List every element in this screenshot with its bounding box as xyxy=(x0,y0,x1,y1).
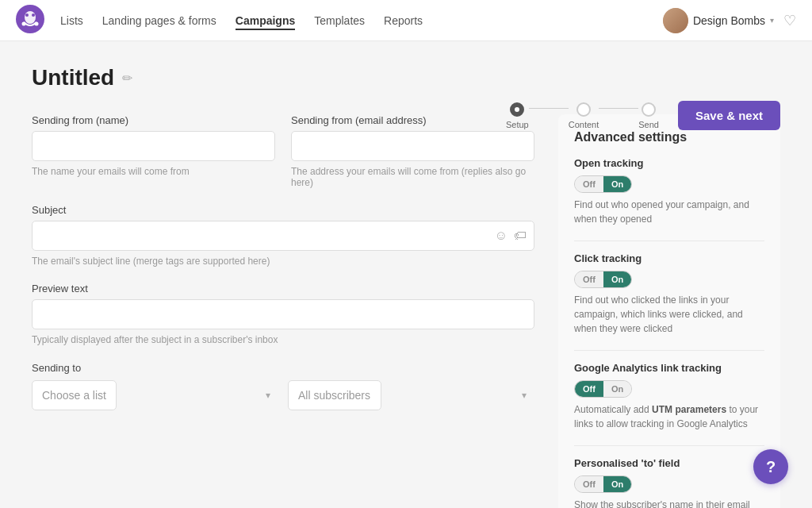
personalised-to-on[interactable]: On xyxy=(603,476,631,492)
open-tracking-toggle-row: Off On xyxy=(574,175,764,193)
preview-text-label: Preview text xyxy=(32,283,534,294)
advanced-settings-panel: Advanced settings Open tracking Off On F… xyxy=(558,114,780,508)
ga-tracking-off[interactable]: Off xyxy=(575,381,603,397)
personalised-to-toggle[interactable]: Off On xyxy=(574,475,632,493)
ga-tracking-on[interactable]: On xyxy=(603,381,631,397)
ga-desc-bold: UTM parameters xyxy=(652,404,726,415)
open-tracking-title: Open tracking xyxy=(574,157,764,169)
nav-user[interactable]: Design Bombs ▾ xyxy=(663,8,774,33)
step-label-setup: Setup xyxy=(506,120,529,129)
step-line-2 xyxy=(599,108,638,109)
sending-from-email-input[interactable] xyxy=(291,131,534,161)
user-name: Design Bombs xyxy=(693,14,765,27)
svg-point-1 xyxy=(25,11,36,24)
sending-from-row: Sending from (name) The name your emails… xyxy=(32,114,534,188)
sending-from-name-label: Sending from (name) xyxy=(32,114,275,126)
preview-text-hint: Typically displayed after the subject in… xyxy=(32,334,534,345)
logo[interactable] xyxy=(16,5,60,36)
step-label-send: Send xyxy=(638,120,659,129)
open-tracking-desc: Find out who opened your campaign, and w… xyxy=(574,198,764,226)
nav-lists[interactable]: Lists xyxy=(60,11,83,30)
steps-container: Setup Content Send xyxy=(506,102,659,129)
step-line-1 xyxy=(529,108,569,109)
personalised-to-setting: Personalised 'to' field Off On Show the … xyxy=(574,457,764,508)
list-select[interactable]: Choose a list xyxy=(32,380,117,410)
content-row: Sending from (name) The name your emails… xyxy=(32,114,780,508)
sending-to-group: Sending to Choose a list All subscribers xyxy=(32,361,534,410)
svg-point-5 xyxy=(35,22,39,26)
navbar: Lists Landing pages & forms Campaigns Te… xyxy=(0,0,812,41)
svg-point-2 xyxy=(25,13,29,17)
click-tracking-on[interactable]: On xyxy=(603,271,631,287)
click-tracking-toggle-row: Off On xyxy=(574,271,764,288)
subject-hint: The email's subject line (merge tags are… xyxy=(32,256,534,267)
step-setup: Setup xyxy=(506,102,529,129)
click-tracking-setting: Click tracking Off On Find out who click… xyxy=(574,252,764,336)
personalised-to-off[interactable]: Off xyxy=(575,476,603,492)
tag-icon[interactable]: 🏷 xyxy=(514,229,527,243)
main-content: Setup Content Send Save & next Untitled … xyxy=(0,41,812,508)
sending-to-selects: Choose a list All subscribers xyxy=(32,380,534,410)
ga-tracking-toggle[interactable]: Off On xyxy=(574,380,632,398)
edit-icon[interactable]: ✏ xyxy=(122,71,132,86)
nav-templates[interactable]: Templates xyxy=(314,11,365,30)
sending-to-label: Sending to xyxy=(32,362,81,374)
list-select-wrap: Choose a list xyxy=(32,380,278,410)
ga-tracking-title: Google Analytics link tracking xyxy=(574,362,764,374)
subject-group: Subject ☺ 🏷 The email's subject line (me… xyxy=(32,204,534,267)
subject-input-wrap: ☺ 🏷 xyxy=(32,221,534,251)
ga-desc-pre: Automatically add xyxy=(574,404,652,415)
svg-point-4 xyxy=(22,22,26,26)
sending-from-name-input[interactable] xyxy=(32,131,275,161)
avatar xyxy=(663,8,688,33)
avatar-image xyxy=(663,8,688,33)
click-tracking-toggle[interactable]: Off On xyxy=(574,271,632,288)
heart-icon[interactable]: ♡ xyxy=(783,12,796,29)
ga-tracking-toggle-row: Off On xyxy=(574,380,764,398)
sending-from-email-hint: The address your emails will come from (… xyxy=(291,166,534,188)
personalised-to-desc: Show the subscriber's name in their emai… xyxy=(574,498,764,508)
personalised-to-title: Personalised 'to' field xyxy=(574,457,764,469)
emoji-icon[interactable]: ☺ xyxy=(495,229,508,243)
sending-from-email-label: Sending from (email address) xyxy=(291,114,534,126)
step-circle-content xyxy=(576,102,591,117)
page-title-row: Untitled ✏ xyxy=(32,65,780,90)
step-circle-setup xyxy=(510,102,524,117)
save-next-button[interactable]: Save & next xyxy=(678,101,780,130)
steps-save-row: Setup Content Send Save & next xyxy=(506,101,780,130)
sending-from-name-group: Sending from (name) The name your emails… xyxy=(32,114,275,188)
open-tracking-off[interactable]: Off xyxy=(575,176,603,192)
sending-from-name-hint: The name your emails will come from xyxy=(32,166,275,177)
form-left: Sending from (name) The name your emails… xyxy=(32,114,534,426)
segment-select-wrap: All subscribers xyxy=(288,380,534,410)
subject-input[interactable] xyxy=(32,221,534,251)
step-circle-send xyxy=(642,102,656,117)
preview-text-group: Preview text Typically displayed after t… xyxy=(32,283,534,345)
nav-right: Design Bombs ▾ ♡ xyxy=(663,8,796,33)
segment-select[interactable]: All subscribers xyxy=(288,380,381,410)
nav-links: Lists Landing pages & forms Campaigns Te… xyxy=(60,11,663,30)
subject-icons: ☺ 🏷 xyxy=(495,229,527,243)
advanced-settings-title: Advanced settings xyxy=(574,130,764,144)
open-tracking-on[interactable]: On xyxy=(603,176,631,192)
step-send: Send xyxy=(638,102,659,129)
preview-text-input[interactable] xyxy=(32,299,534,329)
ga-tracking-desc: Automatically add UTM parameters to your… xyxy=(574,402,764,431)
nav-reports[interactable]: Reports xyxy=(384,11,423,30)
help-button[interactable]: ? xyxy=(753,449,788,484)
nav-campaigns[interactable]: Campaigns xyxy=(236,11,295,30)
open-tracking-toggle[interactable]: Off On xyxy=(574,175,632,193)
step-label-content: Content xyxy=(569,120,599,129)
svg-point-3 xyxy=(32,13,35,17)
click-tracking-desc: Find out who clicked the links in your c… xyxy=(574,293,764,336)
open-tracking-setting: Open tracking Off On Find out who opened… xyxy=(574,157,764,226)
click-tracking-off[interactable]: Off xyxy=(575,271,603,287)
nav-landing-pages[interactable]: Landing pages & forms xyxy=(102,11,216,30)
personalised-to-toggle-row: Off On xyxy=(574,475,764,493)
page-title: Untitled xyxy=(32,65,114,90)
click-tracking-title: Click tracking xyxy=(574,252,764,264)
sending-from-email-group: Sending from (email address) The address… xyxy=(291,114,534,188)
subject-label: Subject xyxy=(32,204,534,216)
divider-3 xyxy=(574,445,764,446)
ga-tracking-setting: Google Analytics link tracking Off On Au… xyxy=(574,362,764,431)
